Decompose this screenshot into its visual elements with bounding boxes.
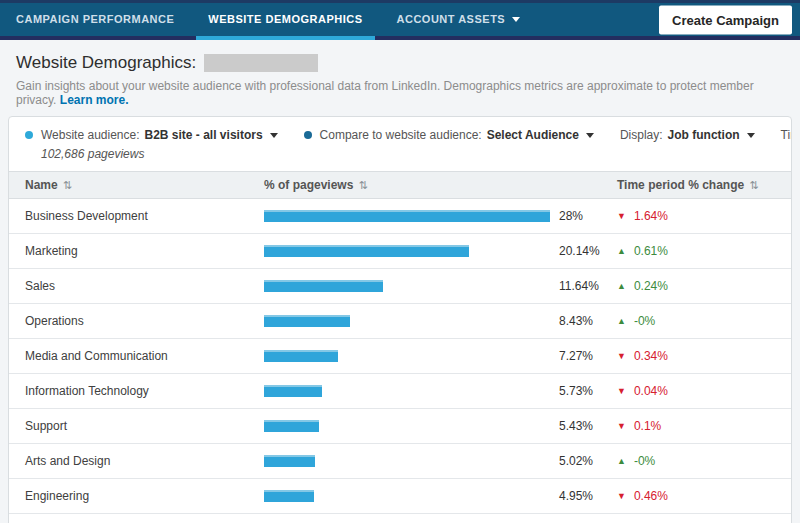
pageviews-percent: 4.95% <box>559 489 617 503</box>
compare-audience-filter[interactable]: Compare to website audience: Select Audi… <box>304 128 594 142</box>
change-direction-icon: ▼ <box>617 422 626 431</box>
row-name: Engineering <box>25 489 264 503</box>
column-label: % of pageviews <box>264 178 353 192</box>
change-direction-icon: ▲ <box>617 457 626 466</box>
filter-label: Time range: <box>781 128 792 142</box>
pageviews-bar-cell <box>264 490 559 502</box>
pageviews-bar <box>264 350 338 362</box>
pageviews-percent: 5.43% <box>559 419 617 433</box>
row-name: Marketing <box>25 244 264 258</box>
table-row[interactable]: Business Development 28% ▼ 1.64% <box>9 199 791 234</box>
column-label: Name <box>25 178 58 192</box>
change-value: 0.61% <box>634 244 668 258</box>
table-row[interactable]: Support 5.43% ▼ 0.1% <box>9 409 791 444</box>
change-value: 0.04% <box>634 384 668 398</box>
row-name: Sales <box>25 279 264 293</box>
pageviews-percent: 11.64% <box>559 279 617 293</box>
pageviews-bar <box>264 385 322 397</box>
filter-label: Compare to website audience: <box>320 128 482 142</box>
chevron-down-icon <box>747 133 755 138</box>
sort-icon: ⇅ <box>749 179 758 192</box>
filter-label: Display: <box>620 128 663 142</box>
change-cell: ▲ -0% <box>617 454 775 468</box>
pageviews-percent: 28% <box>559 209 617 223</box>
table-row[interactable]: Education 2.81% ▼ 0.23% <box>9 514 791 523</box>
tab-label: ACCOUNT ASSETS <box>397 3 506 36</box>
change-cell: ▼ 0.46% <box>617 489 775 503</box>
pageviews-bar <box>264 245 469 257</box>
tab-account-assets[interactable]: ACCOUNT ASSETS <box>397 3 521 36</box>
change-direction-icon: ▲ <box>617 282 626 291</box>
tab-campaign-performance[interactable]: CAMPAIGN PERFORMANCE <box>16 3 174 36</box>
change-cell: ▲ 0.24% <box>617 279 775 293</box>
pageviews-percent: 5.73% <box>559 384 617 398</box>
pageviews-bar-cell <box>264 315 559 327</box>
pageviews-bar-cell <box>264 280 559 292</box>
filter-bar: Website audience: B2B site - all visitor… <box>9 117 791 166</box>
change-direction-icon: ▼ <box>617 212 626 221</box>
nav-tabs: CAMPAIGN PERFORMANCE WEBSITE DEMOGRAPHIC… <box>0 3 520 36</box>
column-header-change[interactable]: Time period % change ⇅ <box>617 178 775 192</box>
table-row[interactable]: Engineering 4.95% ▼ 0.46% <box>9 479 791 514</box>
change-cell: ▲ 0.61% <box>617 244 775 258</box>
table-row[interactable]: Media and Communication 7.27% ▼ 0.34% <box>9 339 791 374</box>
pageviews-count: 102,686 pageviews <box>41 147 304 161</box>
chevron-down-icon <box>512 17 520 22</box>
change-direction-icon: ▲ <box>617 317 626 326</box>
chevron-down-icon <box>586 133 594 138</box>
page-description: Gain insights about your website audienc… <box>16 79 784 107</box>
learn-more-link[interactable]: Learn more. <box>60 93 129 107</box>
row-name: Support <box>25 419 264 433</box>
table-header: Name ⇅ % of pageviews ⇅ Time period % ch… <box>9 171 791 199</box>
pageviews-bar <box>264 455 315 467</box>
change-direction-icon: ▼ <box>617 352 626 361</box>
filter-label: Website audience: <box>41 128 140 142</box>
pageviews-bar-cell <box>264 245 559 257</box>
change-cell: ▼ 0.34% <box>617 349 775 363</box>
change-direction-icon: ▼ <box>617 492 626 501</box>
change-value: -0% <box>634 314 655 328</box>
tab-website-demographics[interactable]: WEBSITE DEMOGRAPHICS <box>208 3 362 36</box>
top-nav: CAMPAIGN PERFORMANCE WEBSITE DEMOGRAPHIC… <box>0 0 800 40</box>
sort-icon: ⇅ <box>358 179 367 192</box>
table-row[interactable]: Operations 8.43% ▲ -0% <box>9 304 791 339</box>
change-direction-icon: ▲ <box>617 247 626 256</box>
change-value: 0.1% <box>634 419 661 433</box>
pageviews-bar <box>264 210 550 222</box>
table-body: Business Development 28% ▼ 1.64% Marketi… <box>9 199 791 523</box>
change-cell: ▲ -0% <box>617 314 775 328</box>
pageviews-bar-cell <box>264 420 559 432</box>
pageviews-bar-cell <box>264 455 559 467</box>
change-cell: ▼ 0.1% <box>617 419 775 433</box>
pageviews-percent: 20.14% <box>559 244 617 258</box>
table-row[interactable]: Sales 11.64% ▲ 0.24% <box>9 269 791 304</box>
table-row[interactable]: Information Technology 5.73% ▼ 0.04% <box>9 374 791 409</box>
website-audience-filter[interactable]: Website audience: B2B site - all visitor… <box>25 128 278 142</box>
row-name: Business Development <box>25 209 264 223</box>
display-filter[interactable]: Display: Job function <box>620 128 755 142</box>
chevron-down-icon <box>270 133 278 138</box>
filter-value: Job function <box>668 128 740 142</box>
pageviews-percent: 8.43% <box>559 314 617 328</box>
change-value: 0.24% <box>634 279 668 293</box>
change-value: -0% <box>634 454 655 468</box>
filter-value: B2B site - all visitors <box>145 128 263 142</box>
column-header-pageviews[interactable]: % of pageviews ⇅ <box>264 178 617 192</box>
time-range-filter[interactable]: Time range: 7/21/2020 - 8/19/2020 <box>781 128 792 142</box>
table-row[interactable]: Arts and Design 5.02% ▲ -0% <box>9 444 791 479</box>
column-label: Time period % change <box>617 178 744 192</box>
table-row[interactable]: Marketing 20.14% ▲ 0.61% <box>9 234 791 269</box>
filter-value: Select Audience <box>487 128 579 142</box>
pageviews-bar-cell <box>264 385 559 397</box>
change-value: 1.64% <box>634 209 668 223</box>
create-campaign-button[interactable]: Create Campaign <box>659 5 792 34</box>
pageviews-percent: 5.02% <box>559 454 617 468</box>
change-value: 0.46% <box>634 489 668 503</box>
pageviews-bar-cell <box>264 210 559 222</box>
pageviews-bar <box>264 280 383 292</box>
change-value: 0.34% <box>634 349 668 363</box>
column-header-name[interactable]: Name ⇅ <box>25 178 264 192</box>
account-name-redacted <box>204 54 318 72</box>
row-name: Media and Communication <box>25 349 264 363</box>
audience-dot-icon <box>25 131 33 139</box>
